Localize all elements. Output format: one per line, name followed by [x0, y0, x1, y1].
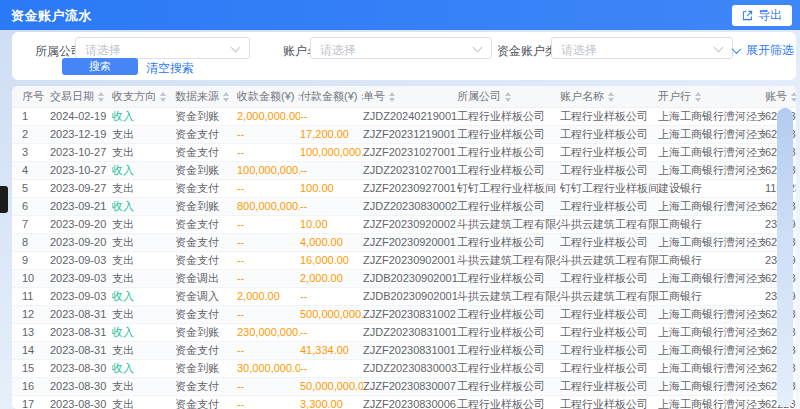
- table-row: 122023-08-31支出资金支付--500,000,000.00ZJZF20…: [12, 306, 796, 324]
- cell-receive: --: [237, 252, 300, 269]
- cell-pay: 50,000,000.00: [300, 378, 363, 395]
- sort-caret-icon[interactable]: [791, 92, 796, 102]
- cell-direction: 收入: [112, 324, 175, 341]
- cell-source: 资金调出: [175, 270, 237, 287]
- table-row: 92023-09-03支出资金支付--16,000.00ZJZF20230902…: [12, 252, 796, 270]
- column-header-date[interactable]: 交易日期: [50, 86, 112, 107]
- cell-bank: 上海工商银行漕河泾支行: [658, 324, 765, 341]
- table-row: 162023-08-30支出资金支付--50,000,000.00ZJZF202…: [12, 378, 796, 396]
- account-name-filter-select[interactable]: 请选择: [310, 37, 492, 59]
- cell-order: ZJZF20231027001: [363, 144, 457, 161]
- collapsed-drawer-handle[interactable]: [0, 186, 8, 213]
- cell-pay: 41,334.00: [300, 342, 363, 359]
- cell-date: 2023-10-27: [50, 144, 112, 161]
- cell-source: 资金到账: [175, 162, 237, 179]
- cell-date: 2023-08-30: [50, 378, 112, 395]
- cell-direction: 收入: [112, 108, 175, 125]
- column-header-account_no[interactable]: 账号: [765, 86, 796, 107]
- chevron-down-icon: [714, 43, 724, 53]
- cell-bank: 上海工商银行漕河泾支行: [658, 342, 765, 359]
- cell-account: 工程行业样板公司: [560, 360, 658, 377]
- column-header-bank[interactable]: 开户行: [658, 86, 765, 107]
- column-header-account[interactable]: 账户名称: [560, 86, 658, 107]
- table-row: 102023-09-03支出资金调出--2,000.00ZJDB20230902…: [12, 270, 796, 288]
- cell-order: ZJZF20231219001: [363, 126, 457, 143]
- sort-caret-icon[interactable]: [695, 92, 701, 102]
- cell-seq: 1: [22, 108, 50, 125]
- table-row: 112023-09-03收入资金调入2,000.00--ZJDB20230902…: [12, 288, 796, 306]
- cell-account: 钉钉工程行业样板间: [560, 180, 658, 197]
- cell-order: ZJZF20230902001: [363, 252, 457, 269]
- filter-panel: 所属公司 请选择 账户名称 请选择 资金账户类型 请选择 展开筛选 搜索 清空搜…: [12, 32, 796, 80]
- table-row: 132023-08-31收入资金到账230,000,000.00--ZJDZ20…: [12, 324, 796, 342]
- cell-date: 2023-10-27: [50, 162, 112, 179]
- cell-date: 2023-09-03: [50, 270, 112, 287]
- cell-date: 2023-08-31: [50, 342, 112, 359]
- search-button[interactable]: 搜索: [62, 58, 138, 75]
- cell-receive: 30,000,000.00: [237, 360, 300, 377]
- cell-direction: 收入: [112, 360, 175, 377]
- cell-order: ZJDZ20231027001: [363, 162, 457, 179]
- cell-company: 工程行业样板公司: [457, 396, 560, 409]
- cell-company: 工程行业样板公司: [457, 108, 560, 125]
- cell-pay: 3,300.00: [300, 396, 363, 409]
- cell-direction: 支出: [112, 144, 175, 161]
- account-type-filter-select[interactable]: 请选择: [551, 37, 733, 59]
- cell-account: 斗拱云建筑工程有限公司: [560, 216, 658, 233]
- cell-date: 2023-08-30: [50, 396, 112, 409]
- cell-account: 工程行业样板公司: [560, 126, 658, 143]
- column-header-label: 收款金额(¥): [237, 86, 294, 107]
- transactions-table: 序号交易日期收支方向数据来源收款金额(¥)付款金额(¥)单号所属公司账户名称开户…: [12, 86, 796, 409]
- cell-company: 工程行业样板公司: [457, 234, 560, 251]
- cell-source: 资金支付: [175, 180, 237, 197]
- cell-seq: 13: [22, 324, 50, 341]
- cell-direction: 支出: [112, 396, 175, 409]
- table-row: 152023-08-30收入资金到账30,000,000.00--ZJDZ202…: [12, 360, 796, 378]
- column-header-pay[interactable]: 付款金额(¥): [300, 86, 363, 107]
- column-header-label: 开户行: [658, 86, 691, 107]
- sort-caret-icon[interactable]: [98, 92, 104, 102]
- column-header-direction[interactable]: 收支方向: [112, 86, 175, 107]
- cell-direction: 收入: [112, 288, 175, 305]
- sort-caret-icon[interactable]: [608, 92, 614, 102]
- cell-date: 2023-09-03: [50, 288, 112, 305]
- cell-pay: 10.00: [300, 216, 363, 233]
- column-header-source[interactable]: 数据来源: [175, 86, 237, 107]
- cell-order: ZJZF20230920002: [363, 216, 457, 233]
- table-vertical-scrollbar[interactable]: [777, 108, 793, 407]
- export-button[interactable]: 导出: [732, 5, 792, 26]
- cell-date: 2023-08-31: [50, 324, 112, 341]
- sort-caret-icon[interactable]: [160, 92, 166, 102]
- column-header-receive[interactable]: 收款金额(¥): [237, 86, 300, 107]
- table-row: 172023-08-30支出资金支付--3,300.00ZJZF20230830…: [12, 396, 796, 409]
- cell-date: 2023-08-31: [50, 306, 112, 323]
- column-header-company[interactable]: 所属公司: [457, 86, 560, 107]
- column-header-order[interactable]: 单号: [363, 86, 457, 107]
- column-header-label: 数据来源: [175, 86, 219, 107]
- column-header-seq: 序号: [22, 86, 50, 107]
- chevron-down-icon: [473, 43, 483, 53]
- cell-date: 2023-09-21: [50, 198, 112, 215]
- cell-pay: --: [300, 288, 363, 305]
- cell-direction: 支出: [112, 270, 175, 287]
- cell-company: 工程行业样板公司: [457, 162, 560, 179]
- clear-search-button[interactable]: 清空搜索: [146, 60, 194, 77]
- cell-pay: 100,000,000.00: [300, 144, 363, 161]
- sort-caret-icon[interactable]: [505, 92, 511, 102]
- cell-direction: 支出: [112, 180, 175, 197]
- company-filter-placeholder: 请选择: [85, 42, 121, 59]
- sort-caret-icon[interactable]: [389, 92, 395, 102]
- table-header-row: 序号交易日期收支方向数据来源收款金额(¥)付款金额(¥)单号所属公司账户名称开户…: [12, 86, 796, 108]
- cell-bank: 上海工商银行漕河泾支行: [658, 198, 765, 215]
- sort-caret-icon[interactable]: [223, 92, 229, 102]
- cell-receive: --: [237, 396, 300, 409]
- cell-receive: --: [237, 342, 300, 359]
- expand-filters-link[interactable]: 展开筛选: [733, 42, 794, 59]
- cell-pay: 500,000,000.00: [300, 306, 363, 323]
- cell-bank: 工商银行: [658, 216, 765, 233]
- cell-seq: 9: [22, 252, 50, 269]
- cell-order: ZJZF20230920001: [363, 234, 457, 251]
- cell-company: 工程行业样板公司: [457, 270, 560, 287]
- table-row: 12024-02-19收入资金到账2,000,000.00--ZJDZ20240…: [12, 108, 796, 126]
- company-filter-select[interactable]: 请选择: [75, 37, 250, 59]
